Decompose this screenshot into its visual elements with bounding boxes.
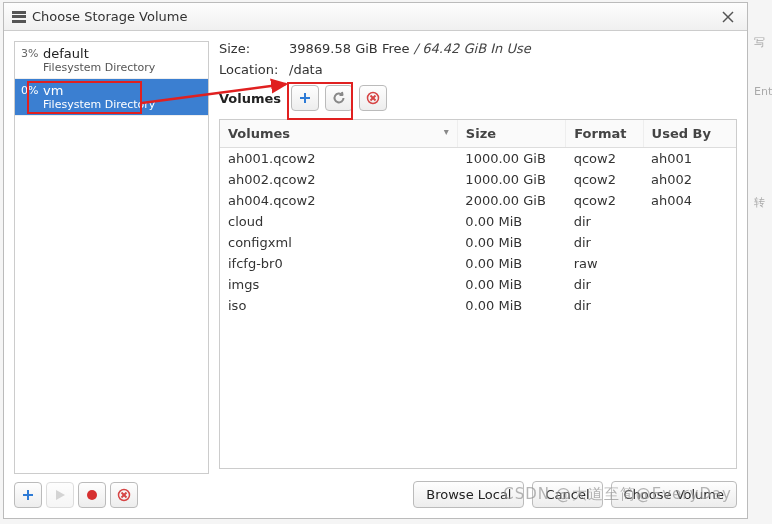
cell-used: ah002 xyxy=(643,169,736,190)
cell-vol: imgs xyxy=(220,274,457,295)
cell-size: 0.00 MiB xyxy=(457,295,565,316)
table-row[interactable]: configxml0.00 MiBdir xyxy=(220,232,736,253)
cell-format: dir xyxy=(566,274,643,295)
table-row[interactable]: ifcfg-br00.00 MiBraw xyxy=(220,253,736,274)
delete-pool-button[interactable] xyxy=(110,482,138,508)
cancel-button[interactable]: Cancel xyxy=(532,481,602,508)
cell-format: qcow2 xyxy=(566,190,643,211)
cell-vol: ah001.qcow2 xyxy=(220,148,457,170)
cell-vol: iso xyxy=(220,295,457,316)
cell-size: 0.00 MiB xyxy=(457,232,565,253)
cell-used: ah004 xyxy=(643,190,736,211)
pool-subtitle: Filesystem Directory xyxy=(43,98,202,111)
pool-list[interactable]: 3%defaultFilesystem Directory0%vmFilesys… xyxy=(14,41,209,474)
svg-marker-4 xyxy=(56,490,65,500)
cell-used xyxy=(643,232,736,253)
table-row[interactable]: ah004.qcow22000.00 GiBqcow2ah004 xyxy=(220,190,736,211)
cell-vol: ah002.qcow2 xyxy=(220,169,457,190)
cell-used xyxy=(643,211,736,232)
window-icon xyxy=(12,11,26,23)
table-row[interactable]: iso0.00 MiBdir xyxy=(220,295,736,316)
cell-used xyxy=(643,253,736,274)
sidebar-toolbar xyxy=(14,482,209,508)
ext-char-3: 转 xyxy=(754,195,765,210)
add-pool-button[interactable] xyxy=(14,482,42,508)
pool-percent: 3% xyxy=(21,46,43,60)
delete-volume-button[interactable] xyxy=(359,85,387,111)
location-label: Location: xyxy=(219,62,289,77)
size-label: Size: xyxy=(219,41,289,56)
dialog-footer: Browse Local Cancel Choose Volume xyxy=(219,475,737,508)
main-panel: Size: 39869.58 GiB Free / 64.42 GiB In U… xyxy=(219,41,737,508)
cell-used: ah001 xyxy=(643,148,736,170)
size-free: 39869.58 GiB Free xyxy=(289,41,410,56)
refresh-volumes-button[interactable] xyxy=(325,85,353,111)
cell-used xyxy=(643,295,736,316)
cell-vol: ah004.qcow2 xyxy=(220,190,457,211)
cell-size: 1000.00 GiB xyxy=(457,169,565,190)
cell-size: 2000.00 GiB xyxy=(457,190,565,211)
table-row[interactable]: ah002.qcow21000.00 GiBqcow2ah002 xyxy=(220,169,736,190)
location-row: Location: /data xyxy=(219,62,737,77)
svg-point-5 xyxy=(87,490,97,500)
location-value: /data xyxy=(289,62,323,77)
add-volume-button[interactable] xyxy=(291,85,319,111)
cell-format: raw xyxy=(566,253,643,274)
table-header-row: Volumes▾ Size Format Used By xyxy=(220,120,736,148)
pool-name: default xyxy=(43,46,89,61)
browse-local-button[interactable]: Browse Local xyxy=(413,481,524,508)
dialog-body: 3%defaultFilesystem Directory0%vmFilesys… xyxy=(4,31,747,518)
pool-name: vm xyxy=(43,83,63,98)
cell-size: 0.00 MiB xyxy=(457,253,565,274)
cell-format: qcow2 xyxy=(566,169,643,190)
choose-volume-button[interactable]: Choose Volume xyxy=(611,481,737,508)
cell-used xyxy=(643,274,736,295)
size-sep: / xyxy=(410,41,423,56)
volumes-label: Volumes xyxy=(219,91,281,106)
size-value: 39869.58 GiB Free / 64.42 GiB In Use xyxy=(289,41,531,56)
size-used: 64.42 GiB In Use xyxy=(422,41,531,56)
size-row: Size: 39869.58 GiB Free / 64.42 GiB In U… xyxy=(219,41,737,56)
cell-size: 1000.00 GiB xyxy=(457,148,565,170)
cell-vol: ifcfg-br0 xyxy=(220,253,457,274)
pool-subtitle: Filesystem Directory xyxy=(43,61,202,74)
ext-char-2: Ent xyxy=(754,85,772,98)
volumes-table-container: Volumes▾ Size Format Used By ah001.qcow2… xyxy=(219,119,737,469)
cell-format: qcow2 xyxy=(566,148,643,170)
table-row[interactable]: cloud0.00 MiBdir xyxy=(220,211,736,232)
cell-format: dir xyxy=(566,232,643,253)
pool-item[interactable]: 3%defaultFilesystem Directory xyxy=(15,42,208,79)
volumes-toolbar: Volumes xyxy=(219,85,737,111)
col-usedby[interactable]: Used By xyxy=(643,120,736,148)
pool-percent: 0% xyxy=(21,83,43,97)
sort-indicator-icon: ▾ xyxy=(444,126,449,137)
cell-vol: cloud xyxy=(220,211,457,232)
cell-format: dir xyxy=(566,295,643,316)
sidebar: 3%defaultFilesystem Directory0%vmFilesys… xyxy=(14,41,209,508)
cell-vol: configxml xyxy=(220,232,457,253)
stop-pool-button[interactable] xyxy=(78,482,106,508)
pool-item[interactable]: 0%vmFilesystem Directory xyxy=(15,79,208,116)
col-volumes[interactable]: Volumes▾ xyxy=(220,120,457,148)
col-format[interactable]: Format xyxy=(566,120,643,148)
cell-format: dir xyxy=(566,211,643,232)
table-row[interactable]: ah001.qcow21000.00 GiBqcow2ah001 xyxy=(220,148,736,170)
volumes-table[interactable]: Volumes▾ Size Format Used By ah001.qcow2… xyxy=(220,120,736,316)
dialog-window: Choose Storage Volume 3%defaultFilesyste… xyxy=(3,2,748,519)
close-icon[interactable] xyxy=(717,7,739,27)
external-sidebar: 写 Ent 转 xyxy=(748,0,772,524)
cell-size: 0.00 MiB xyxy=(457,274,565,295)
table-row[interactable]: imgs0.00 MiBdir xyxy=(220,274,736,295)
col-size[interactable]: Size xyxy=(457,120,565,148)
window-title: Choose Storage Volume xyxy=(32,9,717,24)
start-pool-button xyxy=(46,482,74,508)
ext-char-1: 写 xyxy=(754,35,765,50)
titlebar: Choose Storage Volume xyxy=(4,3,747,31)
cell-size: 0.00 MiB xyxy=(457,211,565,232)
